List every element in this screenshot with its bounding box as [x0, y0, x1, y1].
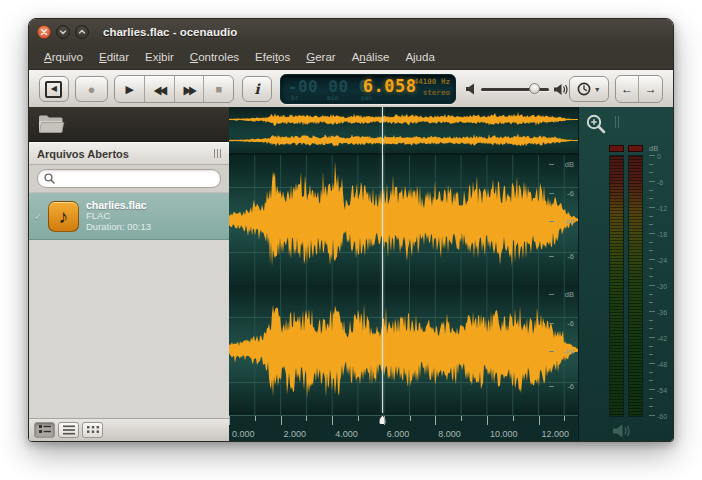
stop-button[interactable]: ■: [203, 76, 233, 102]
fast-forward-button[interactable]: ▶▶: [174, 76, 204, 102]
menu-item-exibir[interactable]: Exibir: [138, 48, 181, 66]
back-button[interactable]: ←: [616, 76, 639, 102]
channel-mode-label: stereo: [423, 88, 450, 97]
volume-slider-handle[interactable]: [529, 83, 540, 94]
meter-scale-label: -54: [657, 387, 667, 394]
menu-item-editar[interactable]: Editar: [92, 48, 136, 66]
meter-scale-label: -30: [657, 283, 667, 290]
meter-panel-grip-icon[interactable]: [615, 116, 620, 128]
waveform-overview[interactable]: [229, 107, 578, 155]
meter-scale-tick: [649, 224, 653, 225]
timeline-tick: [435, 416, 436, 425]
minimize-icon: [59, 28, 67, 36]
timeline-tick: [306, 416, 307, 421]
rewind-icon: ◀◀: [154, 83, 165, 96]
search-input[interactable]: [59, 172, 214, 185]
time-display-value: 6.058: [363, 76, 417, 96]
level-meter-panel: dB 0-6-12-18-24-30-36-42-48-54-60: [578, 107, 673, 441]
sample-rate-label: 44100 Hz: [414, 78, 450, 86]
window-minimize-button[interactable]: [56, 25, 70, 39]
timeline-tick: [564, 416, 565, 421]
sidebar: Arquivos Abertos ✓ ♪ charlies.flac: [29, 107, 229, 441]
menu-item-analise[interactable]: Análise: [345, 48, 397, 66]
timeline-label: 12.000: [542, 429, 570, 439]
db-ruler-label: -6: [567, 190, 574, 198]
meter-scale-tick: [649, 354, 653, 355]
meter-scale-tick: [649, 380, 653, 381]
waveform-channel-1-plot: [229, 155, 578, 285]
file-list-item[interactable]: ✓ ♪ charlies.flac FLAC Duration: 00:13: [29, 193, 229, 240]
info-icon: i: [254, 81, 259, 97]
meter-scale-label: -24: [657, 257, 667, 264]
search-box[interactable]: [37, 169, 221, 188]
db-ruler-label: dB: [565, 161, 574, 169]
volume-control: [466, 83, 569, 96]
db-ruler-tick: [549, 221, 554, 222]
meter-scale-tick: [649, 155, 655, 156]
menu-item-ajuda[interactable]: Ajuda: [398, 48, 441, 66]
timeline-tick: [513, 416, 514, 421]
sidebar-tabstrip: [29, 107, 229, 142]
record-icon: ●: [88, 82, 96, 97]
zoom-in-icon[interactable]: [585, 113, 607, 135]
monitor-speaker-icon[interactable]: [613, 423, 633, 439]
panel-grip-icon[interactable]: [214, 149, 221, 158]
menu-item-controles[interactable]: Controles: [183, 48, 246, 66]
panel-header[interactable]: Arquivos Abertos: [29, 142, 229, 165]
timeline-tick: [229, 416, 230, 425]
play-button[interactable]: ▶: [115, 76, 144, 102]
volume-slider[interactable]: [481, 83, 549, 95]
menu-item-arquivo[interactable]: Arquivo: [37, 48, 90, 66]
window-maximize-button[interactable]: [75, 25, 89, 39]
waveform-channel-1[interactable]: dB-6-inf-6: [229, 155, 578, 285]
meter-scale-tick: [649, 207, 655, 208]
window-close-button[interactable]: [37, 25, 51, 39]
view-list-button[interactable]: [58, 422, 79, 438]
time-display[interactable]: -00 00 0 6.058 44100 Hz stereo hrminsec: [280, 74, 456, 104]
window-controls: [37, 25, 89, 39]
playhead-line[interactable]: [382, 107, 383, 413]
level-meter-left: [609, 155, 624, 417]
rewind-button[interactable]: ◀◀: [144, 76, 174, 102]
history-nav-group: ← →: [615, 75, 664, 103]
transport-group: ▶ ◀◀ ▶▶ ■: [114, 75, 234, 103]
timeline-label: 6.000: [387, 429, 410, 439]
dropdown-arrow-icon: ▼: [594, 86, 601, 93]
timeline-ruler[interactable]: 0.0002.0004.0006.0008.00010.00012.000: [229, 415, 578, 441]
open-files-folder-icon[interactable]: [38, 114, 65, 134]
meter-scale-label: 0: [657, 153, 661, 160]
app-window: charlies.flac - ocenaudio ArquivoEditarE…: [28, 18, 674, 442]
meter-scale-tick: [649, 250, 653, 251]
waveform-channel-2[interactable]: dB-6-inf-6: [229, 285, 578, 415]
skip-to-start-button[interactable]: ◀: [39, 76, 69, 102]
info-button[interactable]: i: [242, 76, 272, 102]
waveform-view[interactable]: dB-6-inf-6 dB-6-inf-6 0.0002.0004.0006.0…: [229, 107, 578, 441]
speaker-low-icon: [466, 83, 476, 95]
open-files-list[interactable]: ✓ ♪ charlies.flac FLAC Duration: 00:13: [29, 193, 229, 418]
db-ruler-tick: [549, 193, 554, 194]
close-icon: [40, 28, 48, 36]
view-details-button[interactable]: [34, 422, 55, 438]
menu-item-efeitos[interactable]: Efeitos: [248, 48, 297, 66]
db-ruler-tick: [549, 164, 554, 165]
level-meter-right: [628, 155, 643, 417]
main-content: Arquivos Abertos ✓ ♪ charlies.flac: [29, 107, 673, 441]
meter-scale-tick: [649, 198, 653, 199]
meter-scale-tick: [649, 259, 655, 260]
meter-scale-label: -6: [657, 179, 663, 186]
playhead-marker-icon[interactable]: [377, 415, 388, 424]
db-ruler-label: -inf: [564, 348, 574, 356]
view-grid-button[interactable]: [82, 422, 103, 438]
toolbar: ◀ ● ▶ ◀◀ ▶▶ ■ i -00 00 0 6.058 44100 Hz …: [29, 70, 673, 109]
db-ruler-tick: [549, 386, 554, 387]
meter-scale-label: -42: [657, 335, 667, 342]
time-unit-label: sec: [361, 94, 373, 102]
timeline-tick: [539, 416, 540, 425]
meter-scale-tick: [649, 302, 653, 303]
record-button[interactable]: ●: [75, 76, 109, 102]
time-format-button[interactable]: ▼: [569, 76, 609, 102]
titlebar[interactable]: charlies.flac - ocenaudio: [29, 19, 673, 45]
menu-item-gerar[interactable]: Gerar: [299, 48, 342, 66]
forward-arrow-icon: →: [645, 82, 657, 96]
forward-button[interactable]: →: [638, 76, 662, 102]
